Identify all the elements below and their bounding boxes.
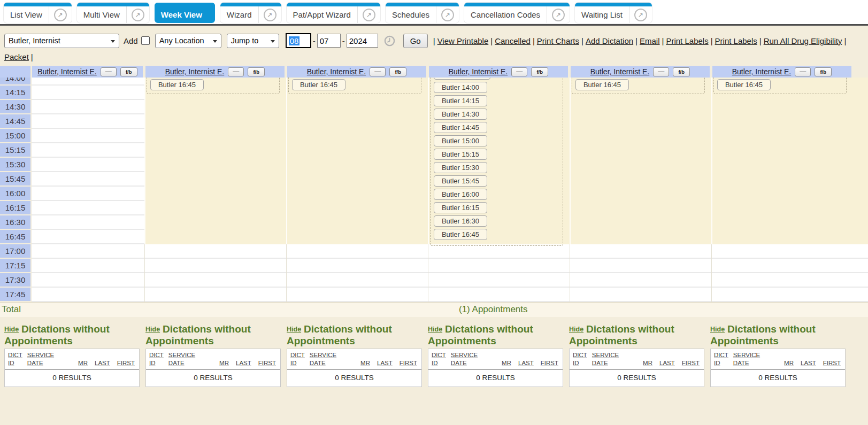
dictation-column-header-mr[interactable]: MR bbox=[78, 359, 88, 367]
popout-icon[interactable]: ↗ bbox=[54, 9, 67, 21]
dictation-column-header-service-date[interactable]: SERVICEDATE bbox=[733, 351, 760, 367]
popout-icon[interactable]: ↗ bbox=[264, 9, 276, 21]
fb-button[interactable]: f/b bbox=[120, 67, 137, 76]
dictation-column-header-mr[interactable]: MR bbox=[219, 359, 229, 367]
clock-icon[interactable] bbox=[383, 35, 396, 47]
appointment-slot-button[interactable]: Butler 16:45 bbox=[434, 229, 487, 240]
fb-button[interactable]: f/b bbox=[389, 67, 406, 76]
dictation-column-header-service-date[interactable]: SERVICEDATE bbox=[310, 351, 336, 367]
dictation-column-header-mr[interactable]: MR bbox=[784, 359, 794, 367]
dictation-column-header-last[interactable]: LAST bbox=[236, 359, 251, 367]
tab-cancellation-codes[interactable]: Cancellation Codes↗ bbox=[464, 3, 570, 23]
toolbar-link-print-charts[interactable]: Print Charts bbox=[537, 36, 579, 45]
provider-column-link[interactable]: Butler, Internist E. bbox=[37, 67, 97, 76]
fb-button[interactable]: f/b bbox=[531, 67, 548, 76]
dictation-column-header-dict-id[interactable]: DICTID bbox=[290, 351, 305, 367]
provider-column-link[interactable]: Butler, Internist E. bbox=[732, 67, 792, 76]
appointment-slot-button[interactable]: Butler 15:00 bbox=[434, 135, 487, 146]
add-checkbox[interactable] bbox=[141, 36, 150, 45]
tab-multi-view[interactable]: Multi View↗ bbox=[77, 3, 149, 23]
provider-column-link[interactable]: Butler, Internist E. bbox=[590, 67, 650, 76]
appointment-slot-button-clipped[interactable] bbox=[434, 78, 490, 80]
popout-icon[interactable]: ↗ bbox=[552, 9, 565, 21]
hide-link[interactable]: Hide bbox=[428, 326, 442, 333]
toolbar-link-run-all-drug-eligibility[interactable]: Run All Drug Eligibility bbox=[764, 36, 842, 45]
dictation-column-header-first[interactable]: FIRST bbox=[400, 359, 417, 367]
fb-button[interactable]: f/b bbox=[248, 67, 265, 76]
popout-icon[interactable]: ↗ bbox=[634, 9, 647, 21]
appointment-slot-button[interactable]: Butler 16:45 bbox=[292, 79, 345, 90]
appointment-slot-button[interactable]: Butler 14:45 bbox=[434, 122, 487, 133]
appointment-slot-button[interactable]: Butler 16:00 bbox=[434, 189, 487, 200]
minimize-column-button[interactable]: — bbox=[795, 67, 811, 76]
dictation-column-header-first[interactable]: FIRST bbox=[541, 359, 558, 367]
toolbar-link-print-labels[interactable]: Print Labels bbox=[715, 36, 757, 45]
tab-list-view[interactable]: List View↗ bbox=[4, 3, 72, 23]
jump-select[interactable]: Jump to bbox=[227, 34, 279, 48]
toolbar-link-packet[interactable]: Packet bbox=[4, 52, 29, 61]
hide-link[interactable]: Hide bbox=[4, 326, 19, 333]
hide-link[interactable]: Hide bbox=[287, 326, 301, 333]
tab-wizard[interactable]: Wizard↗ bbox=[220, 3, 281, 23]
tab-pat-appt-wizard[interactable]: Pat/Appt Wizard↗ bbox=[287, 3, 380, 23]
hide-link[interactable]: Hide bbox=[145, 326, 160, 333]
dictation-column-header-first[interactable]: FIRST bbox=[117, 359, 135, 367]
dictation-column-header-first[interactable]: FIRST bbox=[823, 359, 841, 367]
dictation-column-header-service-date[interactable]: SERVICEDATE bbox=[168, 351, 195, 367]
appointment-slot-button[interactable]: Butler 16:45 bbox=[150, 79, 204, 90]
dictation-column-header-last[interactable]: LAST bbox=[377, 359, 393, 367]
toolbar-link-view-printable[interactable]: View Printable bbox=[437, 36, 489, 45]
minimize-column-button[interactable]: — bbox=[511, 67, 527, 76]
appointment-slot-button[interactable]: Butler 14:00 bbox=[434, 82, 487, 93]
appointment-slot-button[interactable]: Butler 16:45 bbox=[717, 79, 771, 90]
dictation-column-header-dict-id[interactable]: DICTID bbox=[8, 351, 22, 367]
dictation-column-header-last[interactable]: LAST bbox=[801, 359, 816, 367]
toolbar-link-print-labels[interactable]: Print Labels bbox=[666, 36, 708, 45]
appointment-slot-button[interactable]: Butler 16:45 bbox=[575, 79, 629, 90]
popout-icon[interactable]: ↗ bbox=[132, 9, 144, 21]
dictation-column-header-dict-id[interactable]: DICTID bbox=[432, 351, 446, 367]
dictation-column-header-mr[interactable]: MR bbox=[643, 359, 652, 367]
appointment-slot-button[interactable]: Butler 15:15 bbox=[434, 149, 487, 160]
dictation-column-header-last[interactable]: LAST bbox=[518, 359, 534, 367]
toolbar-link-email[interactable]: Email bbox=[640, 36, 660, 45]
appointment-slot-button[interactable]: Butler 15:30 bbox=[434, 162, 487, 173]
dictation-column-header-service-date[interactable]: SERVICEDATE bbox=[451, 351, 478, 367]
appointment-slot-button[interactable]: Butler 15:45 bbox=[434, 175, 487, 187]
dictation-column-header-mr[interactable]: MR bbox=[360, 359, 370, 367]
appointment-slot-button[interactable]: Butler 16:30 bbox=[434, 215, 487, 227]
dictation-column-header-mr[interactable]: MR bbox=[502, 359, 511, 367]
dictation-column-header-service-date[interactable]: SERVICEDATE bbox=[27, 351, 54, 367]
appointment-slot-button[interactable]: Butler 14:30 bbox=[434, 109, 487, 120]
date-month-input[interactable]: 08 bbox=[286, 33, 311, 48]
popout-icon[interactable]: ↗ bbox=[363, 9, 375, 21]
minimize-column-button[interactable]: — bbox=[228, 67, 244, 76]
dictation-column-header-service-date[interactable]: SERVICEDATE bbox=[592, 351, 619, 367]
date-day-input[interactable]: 07 bbox=[317, 34, 341, 48]
dictation-column-header-dict-id[interactable]: DICTID bbox=[149, 351, 164, 367]
dictation-column-header-dict-id[interactable]: DICTID bbox=[714, 351, 728, 367]
minimize-column-button[interactable]: — bbox=[370, 67, 386, 76]
hide-link[interactable]: Hide bbox=[710, 326, 725, 333]
dictation-column-header-last[interactable]: LAST bbox=[659, 359, 675, 367]
provider-column-link[interactable]: Butler, Internist E. bbox=[307, 67, 366, 76]
provider-column-link[interactable]: Butler, Internist E. bbox=[165, 67, 225, 76]
dictation-column-header-dict-id[interactable]: DICTID bbox=[573, 351, 587, 367]
hide-link[interactable]: Hide bbox=[569, 326, 583, 333]
minimize-column-button[interactable]: — bbox=[653, 67, 669, 76]
toolbar-link-cancelled[interactable]: Cancelled bbox=[495, 36, 531, 45]
tab-schedules[interactable]: Schedules↗ bbox=[386, 3, 459, 23]
go-button[interactable]: Go bbox=[403, 34, 428, 48]
popout-icon[interactable]: ↗ bbox=[441, 9, 454, 21]
appointment-slot-button[interactable]: Butler 16:15 bbox=[434, 202, 487, 213]
provider-select[interactable]: Butler, Internist bbox=[4, 34, 119, 48]
dictation-column-header-last[interactable]: LAST bbox=[95, 359, 110, 367]
minimize-column-button[interactable]: — bbox=[101, 67, 117, 76]
tab-waiting-list[interactable]: Waiting List↗ bbox=[575, 3, 652, 23]
date-year-input[interactable]: 2024 bbox=[347, 34, 378, 48]
dictation-column-header-first[interactable]: FIRST bbox=[682, 359, 700, 367]
dictation-column-header-first[interactable]: FIRST bbox=[258, 359, 276, 367]
appointment-slot-button[interactable]: Butler 14:15 bbox=[434, 95, 487, 106]
tab-week-view[interactable]: Week View bbox=[155, 3, 215, 23]
provider-column-link[interactable]: Butler, Internist E. bbox=[449, 67, 508, 76]
